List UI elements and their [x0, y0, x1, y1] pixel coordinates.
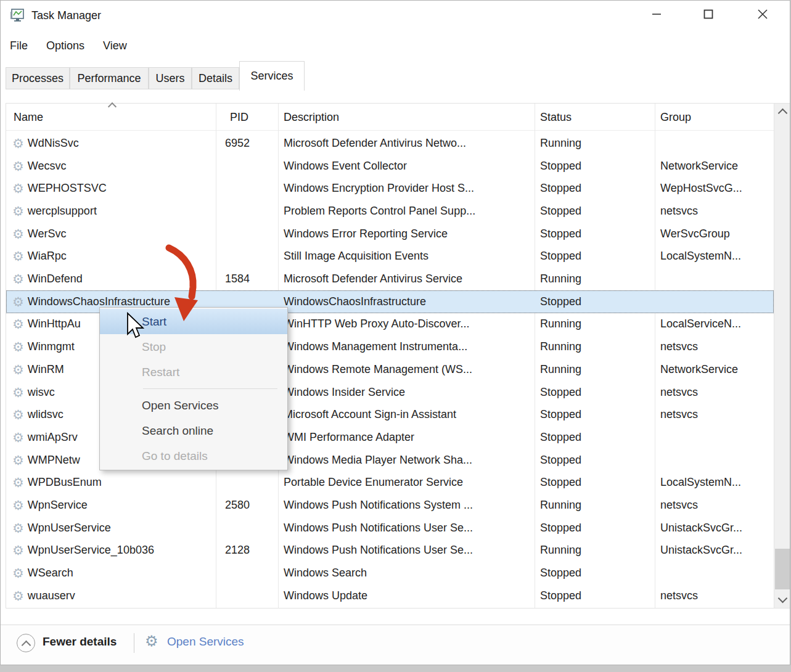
- service-gear-icon: ⚙: [12, 454, 24, 467]
- service-group-cell: NetworkService: [655, 363, 774, 376]
- menu-item-open-services[interactable]: Open Services: [100, 393, 287, 418]
- scroll-up-icon[interactable]: [774, 104, 790, 120]
- service-gear-icon: ⚙: [12, 431, 24, 444]
- column-header-pid[interactable]: PID: [230, 104, 248, 131]
- context-menu: StartStopRestartOpen ServicesSearch onli…: [99, 307, 288, 470]
- service-gear-icon: ⚙: [12, 250, 24, 263]
- service-description-cell: Microsoft Defender Antivirus Netwo...: [278, 137, 535, 150]
- service-name: Wecsvc: [28, 160, 67, 173]
- service-status-cell: Stopped: [535, 295, 655, 308]
- column-header-name[interactable]: Name: [14, 104, 43, 131]
- service-name-cell: ⚙WpnUserService: [6, 522, 216, 535]
- service-group-cell: WerSvcGroup: [655, 227, 774, 240]
- menu-item-restart: Restart: [100, 359, 287, 385]
- service-row-WPDBusEnum[interactable]: ⚙WPDBusEnumPortable Device Enumerator Se…: [6, 472, 774, 494]
- service-group-cell: netsvcs: [655, 386, 774, 399]
- service-status-cell: Running: [535, 318, 655, 330]
- service-row-WiaRpc[interactable]: ⚙WiaRpcStill Image Acquisition EventsSto…: [6, 245, 774, 268]
- service-status-cell: Stopped: [535, 408, 655, 421]
- service-name: WiaRpc: [28, 250, 67, 263]
- tab-services[interactable]: Services: [239, 61, 305, 91]
- service-name: WMPNetw: [28, 454, 80, 467]
- menu-separator: [143, 388, 277, 389]
- footer-bar: Fewer details ⚙ Open Services: [1, 625, 790, 665]
- service-name: WEPHOSTSVC: [28, 182, 107, 195]
- service-status-cell: Stopped: [535, 454, 655, 467]
- service-status-cell: Running: [535, 340, 655, 353]
- service-name: wmiApSrv: [28, 431, 78, 444]
- service-row-WSearch[interactable]: ⚙WSearchWindows SearchStopped: [6, 562, 774, 584]
- menubar-item-options[interactable]: Options: [46, 39, 84, 52]
- service-status-cell: Stopped: [535, 182, 655, 195]
- service-group-cell: LocalSystemN...: [655, 250, 774, 263]
- service-description-cell: Windows Insider Service: [278, 386, 535, 399]
- fewer-details-button[interactable]: Fewer details: [43, 635, 117, 649]
- tab-processes[interactable]: Processes: [6, 67, 70, 89]
- service-description-cell: Portable Device Enumerator Service: [278, 476, 535, 489]
- tab-performance[interactable]: Performance: [70, 67, 149, 89]
- service-description-cell: Windows Update: [278, 589, 535, 602]
- service-description-cell: Windows Media Player Network Sha...: [278, 454, 535, 467]
- service-name-cell: ⚙WPDBusEnum: [6, 476, 216, 489]
- service-name-cell: ⚙WSearch: [6, 567, 216, 580]
- service-description-cell: Problem Reports Control Panel Supp...: [278, 205, 535, 218]
- service-gear-icon: ⚙: [12, 227, 24, 240]
- service-description-cell: Windows Push Notifications User Se...: [278, 544, 535, 557]
- service-name: WinRM: [28, 363, 64, 376]
- service-row-Wecsvc[interactable]: ⚙WecsvcWindows Event CollectorStoppedNet…: [6, 155, 774, 178]
- column-header-status[interactable]: Status: [540, 104, 572, 131]
- service-row-wercplsupport[interactable]: ⚙wercplsupportProblem Reports Control Pa…: [6, 200, 774, 223]
- close-button[interactable]: [745, 1, 780, 28]
- service-gear-icon: ⚙: [12, 522, 24, 535]
- scrollbar-thumb[interactable]: [775, 549, 790, 589]
- menubar-item-view[interactable]: View: [103, 39, 127, 52]
- service-name-cell: ⚙WEPHOSTSVC: [6, 182, 216, 195]
- services-gear-icon: ⚙: [145, 633, 158, 650]
- service-row-WerSvc[interactable]: ⚙WerSvcWindows Error Reporting ServiceSt…: [6, 223, 774, 245]
- service-row-WdNisSvc[interactable]: ⚙WdNisSvc6952Microsoft Defender Antiviru…: [6, 132, 774, 155]
- menu-item-start[interactable]: Start: [100, 309, 287, 334]
- service-name-cell: ⚙WindowsChaosInfrastructure: [6, 295, 216, 308]
- tab-users[interactable]: Users: [149, 67, 192, 89]
- service-name: WinDefend: [28, 272, 83, 285]
- fewer-details-chevron-icon[interactable]: [17, 634, 35, 652]
- title-bar: Task Manager: [1, 1, 790, 30]
- service-gear-icon: ⚙: [12, 182, 24, 195]
- menu-item-search-online[interactable]: Search online: [100, 418, 287, 443]
- tab-details[interactable]: Details: [192, 67, 239, 89]
- service-row-WinDefend[interactable]: ⚙WinDefend1584Microsoft Defender Antivir…: [6, 268, 774, 290]
- service-gear-icon: ⚙: [12, 499, 24, 512]
- service-name-cell: ⚙WerSvc: [6, 227, 216, 240]
- minimize-button[interactable]: [639, 1, 674, 28]
- service-row-WpnService[interactable]: ⚙WpnService2580Windows Push Notification…: [6, 494, 774, 517]
- service-status-cell: Stopped: [535, 160, 655, 173]
- service-description-cell: Still Image Acquisition Events: [278, 250, 535, 263]
- maximize-button[interactable]: [691, 1, 726, 28]
- service-gear-icon: ⚙: [12, 340, 24, 353]
- column-header-group[interactable]: Group: [660, 104, 691, 131]
- service-row-WpnUserService_10b036[interactable]: ⚙WpnUserService_10b0362128Windows Push N…: [6, 539, 774, 562]
- service-group-cell: netsvcs: [655, 589, 774, 602]
- menubar-item-file[interactable]: File: [10, 39, 28, 52]
- service-name: wuauserv: [28, 589, 75, 602]
- service-name: wisvc: [28, 386, 55, 399]
- service-status-cell: Stopped: [535, 522, 655, 535]
- service-row-wuauserv[interactable]: ⚙wuauservWindows UpdateStoppednetsvcs: [6, 584, 774, 607]
- service-name: WinHttpAu: [28, 318, 81, 330]
- service-status-cell: Stopped: [535, 227, 655, 240]
- open-services-link[interactable]: Open Services: [167, 635, 244, 649]
- service-name: Winmgmt: [28, 340, 75, 353]
- service-pid-cell: 2580: [216, 499, 278, 512]
- service-gear-icon: ⚙: [12, 205, 24, 218]
- service-description-cell: Microsoft Account Sign-in Assistant: [278, 408, 535, 421]
- service-row-WpnUserService[interactable]: ⚙WpnUserServiceWindows Push Notification…: [6, 517, 774, 539]
- service-description-cell: Windows Search: [278, 567, 535, 580]
- column-header-description[interactable]: Description: [284, 104, 339, 131]
- service-pid-cell: 2128: [216, 544, 278, 557]
- service-description-cell: Microsoft Defender Antivirus Service: [278, 272, 535, 285]
- service-name-cell: ⚙wuauserv: [6, 589, 216, 602]
- vertical-scrollbar[interactable]: [774, 104, 790, 608]
- service-row-WEPHOSTSVC[interactable]: ⚙WEPHOSTSVCWindows Encryption Provider H…: [6, 177, 774, 200]
- scroll-down-icon[interactable]: [774, 592, 790, 608]
- service-name: WpnUserService_10b036: [28, 544, 154, 557]
